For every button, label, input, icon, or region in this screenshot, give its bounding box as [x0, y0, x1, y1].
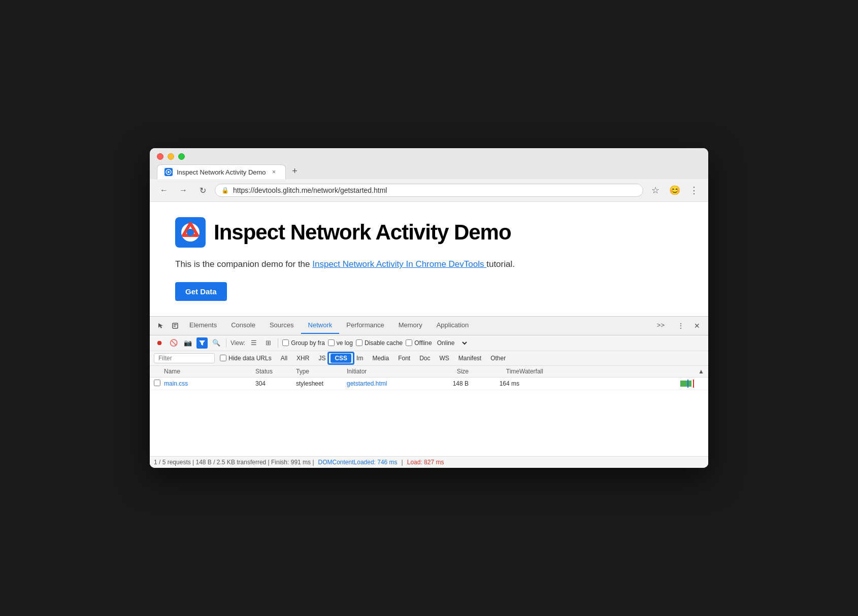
- network-table: Name Status Type Initiator Size Time: [150, 366, 708, 456]
- browser-tab-active[interactable]: Inspect Network Activity Demo ×: [157, 164, 286, 179]
- status-load: Load: 827 ms: [407, 459, 444, 466]
- preserve-log-input[interactable]: [328, 339, 335, 346]
- group-by-frames-label: Group by fra: [291, 339, 325, 347]
- tab-close-button[interactable]: ×: [270, 168, 278, 176]
- filter-type-img[interactable]: Im: [352, 354, 367, 363]
- page-content: Inspect Network Activity Demo This is th…: [150, 202, 708, 316]
- search-button[interactable]: 🔍: [211, 337, 222, 349]
- filter-type-font[interactable]: Font: [394, 354, 414, 363]
- tab-favicon: [164, 168, 173, 176]
- tutorial-link[interactable]: Inspect Network Activity In Chrome DevTo…: [312, 259, 486, 269]
- tab-network[interactable]: Network: [301, 317, 340, 334]
- group-by-frames-checkbox[interactable]: Group by fra: [282, 339, 325, 347]
- filter-type-media[interactable]: Media: [368, 354, 393, 363]
- tab-console[interactable]: Console: [224, 317, 262, 334]
- tab-memory[interactable]: Memory: [391, 317, 430, 334]
- status-separator: |: [402, 459, 403, 466]
- row-name: main.css: [164, 380, 255, 387]
- offline-checkbox[interactable]: Offline: [406, 339, 432, 347]
- filter-input[interactable]: [154, 353, 215, 363]
- traffic-light-close[interactable]: [157, 153, 163, 160]
- filter-type-ws[interactable]: WS: [436, 354, 453, 363]
- empty-table-area: [150, 390, 708, 456]
- filter-type-manifest[interactable]: Manifest: [454, 354, 485, 363]
- preserve-log-label: ve log: [337, 339, 353, 347]
- group-by-frames-input[interactable]: [282, 339, 289, 346]
- filter-type-other[interactable]: Other: [486, 354, 510, 363]
- filter-type-buttons: All XHR JS CSS Im Media Font Doc WS Mani…: [277, 354, 510, 363]
- get-data-button[interactable]: Get Data: [175, 282, 227, 301]
- page-description: This is the companion demo for the Inspe…: [175, 258, 683, 271]
- reload-button[interactable]: ↻: [195, 183, 210, 197]
- waterfall-bar: [680, 381, 691, 387]
- address-bar: ← → ↻ 🔒 https://devtools.glitch.me/netwo…: [150, 179, 708, 202]
- filter-type-js[interactable]: JS: [314, 354, 329, 363]
- tab-elements[interactable]: Elements: [182, 317, 224, 334]
- devtools-more-options[interactable]: ⋮: [674, 317, 688, 335]
- description-before: This is the companion demo for the: [175, 259, 312, 269]
- disable-cache-input[interactable]: [356, 339, 362, 346]
- url-bar[interactable]: 🔒 https://devtools.glitch.me/network/get…: [215, 184, 643, 197]
- back-button[interactable]: ←: [157, 183, 171, 197]
- toolbar-separator-1: [226, 338, 226, 348]
- row-type: stylesheet: [296, 380, 347, 387]
- bookmark-button[interactable]: ☆: [648, 183, 663, 197]
- offline-label: Offline: [414, 339, 432, 347]
- col-header-name[interactable]: Name: [164, 368, 255, 375]
- col-header-status[interactable]: Status: [255, 368, 296, 375]
- new-tab-button[interactable]: +: [288, 164, 302, 178]
- devtools-close-button[interactable]: ✕: [690, 317, 704, 335]
- list-view-button[interactable]: ☰: [248, 337, 259, 349]
- tab-application[interactable]: Application: [430, 317, 476, 334]
- waterfall-line-load: [693, 380, 694, 388]
- filter-button[interactable]: [196, 337, 208, 349]
- devtools-cursor-icon[interactable]: [154, 317, 168, 335]
- forward-button[interactable]: →: [176, 183, 190, 197]
- tab-title: Inspect Network Activity Demo: [177, 168, 266, 176]
- row-checkbox[interactable]: [154, 380, 164, 388]
- preserve-log-checkbox[interactable]: ve log: [328, 339, 353, 347]
- status-dom-content-loaded: DOMContentLoaded: 746 ms: [318, 459, 398, 466]
- traffic-light-maximize[interactable]: [178, 153, 185, 160]
- clear-button[interactable]: 🚫: [168, 337, 179, 349]
- devtools-inspect-icon[interactable]: [168, 317, 182, 335]
- tabs-bar: Inspect Network Activity Demo × +: [157, 164, 701, 179]
- col-header-checkbox: [154, 368, 164, 375]
- traffic-lights: [157, 153, 701, 160]
- record-stop-button[interactable]: ⏺: [154, 337, 165, 349]
- col-header-time[interactable]: Time: [469, 368, 519, 375]
- tab-more[interactable]: >>: [650, 317, 672, 334]
- url-text: https://devtools.glitch.me/network/getst…: [233, 186, 637, 194]
- css-highlight-container: CSS: [331, 355, 351, 362]
- tab-sources[interactable]: Sources: [262, 317, 301, 334]
- lock-icon: 🔒: [221, 187, 229, 194]
- col-header-initiator[interactable]: Initiator: [347, 368, 428, 375]
- description-after: tutorial.: [486, 259, 515, 269]
- traffic-light-minimize[interactable]: [168, 153, 174, 160]
- row-select-checkbox[interactable]: [154, 380, 160, 386]
- toolbar-separator-2: [278, 338, 278, 348]
- filter-type-xhr[interactable]: XHR: [292, 354, 313, 363]
- sort-arrow: ▲: [698, 368, 704, 375]
- filter-bar: Hide data URLs All XHR JS CSS Im Media F…: [150, 351, 708, 366]
- table-row[interactable]: main.css 304 stylesheet getstarted.html …: [150, 378, 708, 390]
- hide-data-urls-input[interactable]: [220, 355, 226, 361]
- tab-performance[interactable]: Performance: [339, 317, 391, 334]
- disable-cache-checkbox[interactable]: Disable cache: [356, 339, 403, 347]
- col-header-waterfall[interactable]: Waterfall ▲: [519, 368, 704, 375]
- multicolumn-view-button[interactable]: ⊞: [262, 337, 274, 349]
- hide-data-urls-checkbox[interactable]: Hide data URLs: [220, 355, 272, 362]
- offline-input[interactable]: [406, 339, 412, 346]
- throttle-select[interactable]: Online Fast 3G Slow 3G Offline: [435, 339, 469, 347]
- filter-type-doc[interactable]: Doc: [415, 354, 434, 363]
- screenshot-button[interactable]: 📷: [182, 337, 193, 349]
- devtools-close-area: ⋮ ✕: [674, 317, 704, 335]
- filter-type-css[interactable]: CSS: [331, 354, 351, 363]
- chrome-menu-button[interactable]: ⋮: [687, 183, 701, 197]
- row-initiator: getstarted.html: [347, 380, 428, 387]
- network-toolbar: ⏺ 🚫 📷 🔍 View: ☰ ⊞ Group by fra ve log: [150, 335, 708, 351]
- col-header-size[interactable]: Size: [428, 368, 469, 375]
- account-button[interactable]: 😊: [668, 183, 682, 197]
- col-header-type[interactable]: Type: [296, 368, 347, 375]
- filter-type-all[interactable]: All: [277, 354, 291, 363]
